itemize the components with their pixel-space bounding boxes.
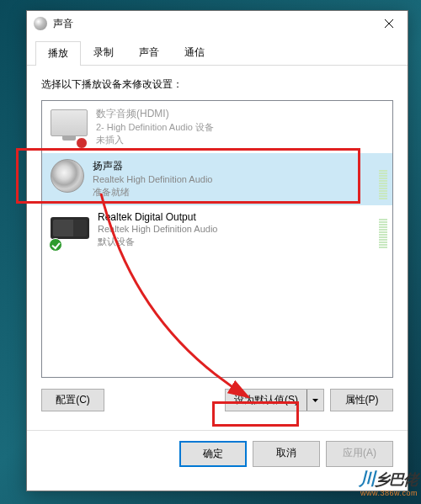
properties-button[interactable]: 属性(P) [330, 389, 393, 411]
device-driver: Realtek High Definition Audio [93, 173, 376, 186]
apply-button[interactable]: 应用(A) [326, 441, 393, 467]
device-name: Realtek Digital Output [98, 211, 376, 223]
watermark-url: www.386w.com [359, 489, 418, 497]
device-name: 数字音频(HDMI) [96, 107, 387, 121]
device-item-hdmi[interactable]: 数字音频(HDMI) 2- High Definition Audio 设备 未… [42, 101, 392, 153]
instruction-text: 选择以下播放设备来修改设置： [41, 77, 393, 92]
sound-icon [34, 17, 47, 30]
default-check-badge-icon [49, 238, 62, 252]
sound-dialog: 声音 播放 录制 声音 通信 选择以下播放设备来修改设置： 数字音频(HDMI)… [26, 10, 408, 491]
set-default-button[interactable]: 设为默认值(S) [225, 389, 324, 411]
close-icon [385, 19, 393, 28]
device-item-speakers[interactable]: 扬声器 Realtek High Definition Audio 准备就绪 [42, 153, 392, 205]
tab-content: 选择以下播放设备来修改设置： 数字音频(HDMI) 2- High Defini… [27, 66, 408, 420]
level-meter-icon [379, 159, 387, 199]
unplugged-badge-icon [76, 137, 88, 149]
device-driver: 2- High Definition Audio 设备 [96, 121, 387, 134]
dialog-title: 声音 [53, 17, 370, 31]
device-list[interactable]: 数字音频(HDMI) 2- High Definition Audio 设备 未… [41, 100, 393, 378]
tab-communications[interactable]: 通信 [172, 40, 217, 65]
receiver-icon [51, 217, 89, 239]
level-meter-icon [379, 211, 387, 249]
speaker-icon [51, 159, 84, 193]
chevron-down-icon [312, 399, 318, 402]
dialog-buttons-row: 确定 取消 应用(A) [27, 430, 408, 479]
set-default-dropdown[interactable] [306, 390, 323, 411]
device-name: 扬声器 [93, 159, 376, 173]
tab-playback[interactable]: 播放 [35, 41, 81, 66]
watermark: 川乡巴佬 www.386w.com [359, 468, 418, 497]
tab-recording[interactable]: 录制 [81, 40, 126, 65]
ok-button[interactable]: 确定 [179, 441, 247, 467]
device-buttons-row: 配置(C) 设为默认值(S) 属性(P) [41, 389, 393, 411]
tab-sounds[interactable]: 声音 [126, 40, 172, 65]
tab-strip: 播放 录制 声音 通信 [27, 36, 408, 66]
device-status: 准备就绪 [93, 186, 376, 199]
watermark-brand1: 川 [359, 470, 375, 488]
titlebar: 声音 [27, 11, 408, 36]
device-status: 默认设备 [98, 236, 376, 248]
monitor-icon [51, 109, 88, 136]
device-item-digital-output[interactable]: Realtek Digital Output Realtek High Defi… [42, 205, 392, 255]
device-driver: Realtek High Definition Audio [98, 223, 376, 236]
close-button[interactable] [370, 12, 408, 36]
configure-button[interactable]: 配置(C) [41, 389, 104, 411]
set-default-label: 设为默认值(S) [226, 390, 306, 411]
watermark-brand2: 乡巴佬 [375, 471, 418, 488]
device-status: 未插入 [96, 134, 387, 146]
cancel-button[interactable]: 取消 [253, 441, 320, 467]
